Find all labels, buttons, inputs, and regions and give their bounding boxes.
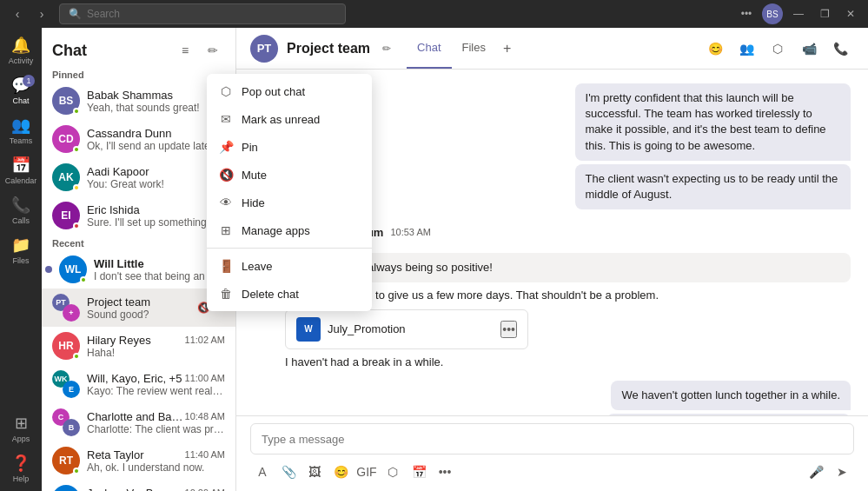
delete-icon: 🗑	[219, 287, 233, 301]
context-menu-hide[interactable]: 👁 Hide	[207, 189, 372, 216]
chat-item-name: Eric Ishida	[87, 203, 140, 216]
message-input[interactable]	[262, 433, 843, 446]
avatar: WL	[59, 255, 87, 283]
schedule-button[interactable]: 📅	[407, 460, 431, 484]
context-menu-leave[interactable]: 🚪 Leave	[207, 252, 372, 280]
sidebar-item-teams[interactable]: 👥 Teams	[3, 111, 38, 149]
chat-item-name: Reta Taylor	[87, 448, 144, 461]
avatar: HR	[52, 332, 80, 360]
tab-chat[interactable]: Chat	[407, 29, 451, 69]
list-item[interactable]: WK E Will, Kayo, Eric, +5 11:00 AM Kayo:…	[42, 365, 235, 403]
titlebar-right: ••• BS — ❐ ✕	[736, 3, 861, 24]
chat-panel-header: Chat ≡ ✏	[42, 28, 235, 66]
titlebar-left: ‹ › 🔍	[7, 3, 346, 24]
context-menu-mute[interactable]: 🔇 Mute	[207, 161, 372, 189]
close-button[interactable]: ✕	[840, 3, 861, 24]
context-menu-mark-unread[interactable]: ✉ Mark as unread	[207, 105, 372, 133]
sidebar-item-calendar[interactable]: 📅 Calendar	[3, 151, 38, 189]
chat-item-name: Hilary Reyes	[87, 334, 151, 347]
avatar: RT	[52, 447, 80, 474]
nav-back-button[interactable]: ‹	[7, 3, 28, 24]
nav-forward-button[interactable]: ›	[31, 3, 52, 24]
message-bubble: I'm pretty confident that this launch wi…	[575, 83, 851, 161]
chat-item-preview: Yeah, that sounds great!	[87, 102, 225, 114]
sidebar-item-calls[interactable]: 📞 Calls	[3, 191, 38, 229]
sidebar-item-chat[interactable]: 💬 Chat 1	[3, 71, 38, 109]
search-icon: 🔍	[69, 8, 82, 20]
unread-dot	[45, 266, 52, 273]
file-more-button[interactable]: •••	[500, 321, 517, 338]
sidebar-item-help[interactable]: ❓ Help	[3, 449, 38, 488]
gif-button[interactable]: GIF	[354, 460, 379, 484]
files-icon: 📁	[11, 236, 30, 255]
pin-icon: 📌	[219, 140, 233, 154]
context-menu-pop-out-label: Pop out chat	[242, 85, 305, 98]
more-toolbar-button[interactable]: •••	[433, 460, 457, 484]
emoji-toolbar-button[interactable]: 😊	[328, 460, 353, 484]
status-dot	[73, 353, 80, 360]
sticker-button[interactable]: ⬡	[381, 460, 405, 484]
list-item[interactable]: HR Hilary Reyes 11:02 AM Haha!	[42, 327, 235, 365]
chat-item-content: Eric Ishida 11:4 Sure. I'll set up somet…	[87, 203, 225, 229]
minimize-button[interactable]: —	[788, 3, 809, 24]
add-tab-button[interactable]: +	[496, 29, 518, 69]
apps-label: Apps	[12, 435, 30, 443]
audio-call-button[interactable]: 📞	[826, 35, 854, 63]
avatar: C B	[52, 408, 80, 436]
image-button[interactable]: 🖼	[302, 460, 327, 484]
chat-avatar: PT	[250, 35, 278, 63]
titlebar-search-box[interactable]: 🔍	[59, 3, 346, 24]
message-bubble: We haven't gotten lunch together in a wh…	[611, 381, 851, 410]
status-dot	[73, 108, 80, 115]
context-menu-manage-apps-label: Manage apps	[242, 224, 310, 237]
video-call-button[interactable]: 📹	[795, 35, 823, 63]
chat-item-content: Hilary Reyes 11:02 AM Haha!	[87, 334, 225, 359]
participants-button[interactable]: 👥	[732, 35, 760, 63]
chat-main-header: PT Project team ✏ Chat Files + 😊 👥 ⬡ 📹 📞	[236, 28, 868, 70]
avatar-initials: BS	[766, 10, 778, 19]
group-avatar: PT +	[52, 294, 80, 322]
search-input[interactable]	[87, 8, 336, 20]
user-avatar[interactable]: BS	[762, 3, 783, 24]
calendar-icon: 📅	[11, 156, 30, 175]
context-menu-delete-label: Delete chat	[242, 288, 299, 301]
context-menu-delete[interactable]: 🗑 Delete chat	[207, 280, 372, 308]
avatar: AK	[52, 163, 80, 191]
format-button[interactable]: A	[250, 460, 275, 484]
sidebar-item-files[interactable]: 📁 Files	[3, 231, 38, 269]
tab-files[interactable]: Files	[452, 29, 496, 69]
dictation-button[interactable]: 🎤	[804, 460, 828, 484]
new-chat-button[interactable]: ✏	[201, 38, 225, 63]
emoji-button[interactable]: 😊	[701, 35, 729, 63]
list-item[interactable]: JV Joshua VanBuren 10:29 AM Thanks for r…	[42, 480, 235, 491]
chat-item-content: Cassandra Dunn Ok, I'll send an update l…	[87, 127, 225, 152]
message-time: 10:53 AM	[390, 227, 430, 237]
context-menu-manage-apps[interactable]: ⊞ Manage apps	[207, 216, 372, 244]
context-menu-mute-label: Mute	[242, 169, 267, 182]
filter-button[interactable]: ≡	[173, 38, 197, 63]
avatar: WK E	[52, 370, 80, 398]
context-menu-pin[interactable]: 📌 Pin	[207, 133, 372, 161]
titlebar-nav: ‹ ›	[7, 3, 52, 24]
chat-item-content: Reta Taylor 11:40 AM Ah, ok. I understan…	[87, 448, 225, 474]
status-dot	[80, 276, 87, 283]
status-dot	[73, 146, 80, 153]
maximize-button[interactable]: ❐	[814, 3, 835, 24]
chat-main-actions: 😊 👥 ⬡ 📹 📞	[701, 35, 854, 63]
send-button[interactable]: ➤	[830, 460, 854, 484]
calls-icon: 📞	[11, 196, 30, 215]
chat-item-content: Joshua VanBuren 10:29 AM Thanks for revi…	[87, 487, 225, 492]
more-button[interactable]: •••	[736, 3, 757, 24]
share-button[interactable]: ⬡	[764, 35, 792, 63]
sidebar-item-apps[interactable]: ⊞ Apps	[3, 409, 38, 448]
chat-item-name: Aadi Kapoor	[87, 165, 149, 178]
list-item[interactable]: RT Reta Taylor 11:40 AM Ah, ok. I unders…	[42, 441, 235, 480]
message-input-box[interactable]	[250, 423, 854, 455]
attach-button[interactable]: 📎	[276, 460, 301, 484]
sidebar-item-activity[interactable]: 🔔 Activity	[3, 31, 38, 70]
context-menu-pop-out[interactable]: ⬡ Pop out chat	[207, 77, 372, 105]
chat-item-preview: Ok, I'll send an update later.	[87, 140, 225, 152]
edit-title-icon[interactable]: ✏	[382, 43, 391, 55]
chat-item-preview: Haha!	[87, 347, 225, 359]
list-item[interactable]: C B Charlotte and Babak 10:48 AM Charlot…	[42, 403, 235, 441]
